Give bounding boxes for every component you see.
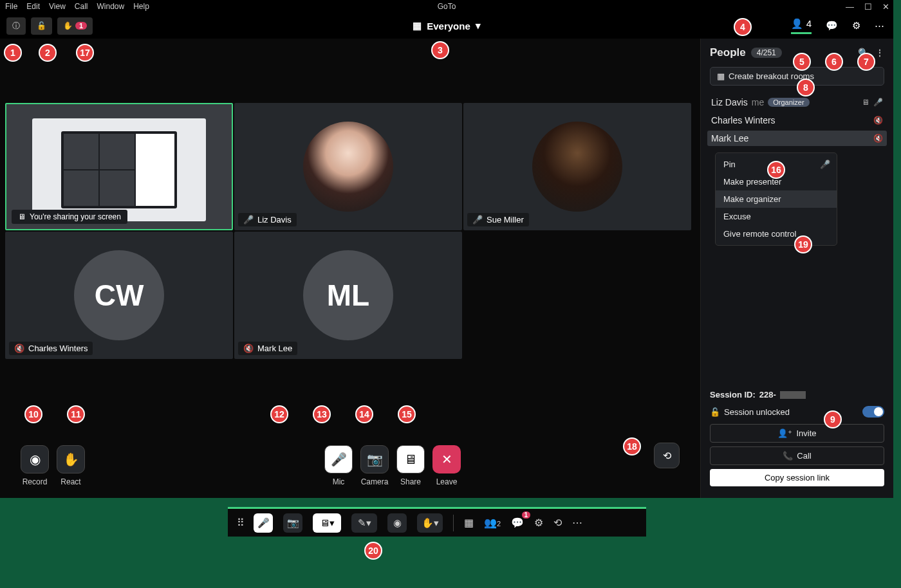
minimize-button[interactable]: — — [846, 2, 854, 12]
mini-annotate-button[interactable]: ✎▾ — [351, 513, 377, 533]
session-id-label: Session ID: — [710, 390, 756, 400]
mini-react-button[interactable]: ✋▾ — [417, 513, 443, 533]
annotation-bubble: 4 — [734, 18, 752, 36]
organizer-tag: Organizer — [768, 98, 809, 107]
mini-share-button[interactable]: 🖥▾ — [313, 513, 341, 533]
menu-view[interactable]: View — [49, 2, 66, 11]
video-tile-liz[interactable]: 🎤Liz Davis — [234, 103, 462, 230]
avatar-initials: ML — [303, 250, 393, 340]
invite-button[interactable]: 👤⁺Invite — [710, 424, 884, 443]
mini-grid-button[interactable]: ▦ — [464, 517, 474, 529]
menu-window[interactable]: Window — [97, 2, 125, 11]
raised-hand-button[interactable]: ✋ 1 — [57, 17, 93, 35]
divider — [453, 515, 454, 531]
mini-settings-button[interactable]: ⚙ — [534, 517, 543, 529]
avatar-photo — [532, 122, 622, 212]
call-controls: ◉ Record ✋ React 🎤 Mic 📷 Camer — [0, 445, 700, 486]
more-button[interactable]: ⋯ — [875, 20, 884, 32]
react-label: React — [60, 477, 80, 486]
settings-button[interactable]: ⚙ — [852, 20, 860, 32]
mini-chat-button[interactable]: 💬1 — [511, 517, 524, 529]
mic-icon: 🎤 — [243, 215, 254, 225]
mic-button[interactable]: 🎤 — [324, 445, 353, 473]
participant-row-selected[interactable]: Mark Lee 🔇 — [707, 131, 887, 146]
call-button[interactable]: 📞Call — [710, 446, 884, 465]
menu-edit[interactable]: Edit — [26, 2, 40, 11]
people-tab[interactable]: 👤 4 — [791, 18, 812, 34]
floating-toolbar[interactable]: ⠿ 🎤 📷 🖥▾ ✎▾ ◉ ✋▾ ▦ 👥2 💬1 ⚙ ⟲ ⋯ — [228, 507, 646, 537]
annotation-bubble: 19 — [794, 235, 812, 253]
raised-hand-count: 1 — [75, 22, 87, 30]
people-count: 4 — [806, 18, 812, 29]
info-button[interactable]: ⓘ — [6, 17, 26, 35]
session-lock-label: Session unlocked — [724, 407, 790, 417]
tile-name: Liz Davis — [257, 215, 292, 225]
share-button[interactable]: 🖥 — [396, 445, 425, 473]
mic-icon: 🎤 — [472, 215, 483, 225]
window-controls: — ☐ ✕ — [846, 2, 889, 12]
participant-row[interactable]: Liz Davis me Organizer 🖥🎤 — [710, 95, 884, 110]
annotation-bubble: 8 — [797, 78, 815, 96]
people-more-button[interactable]: ⋮ — [875, 48, 884, 58]
participant-row[interactable]: Charles Winters 🔇 — [710, 113, 884, 128]
breakout-icon: ▦ — [717, 71, 725, 81]
annotation-bubble: 12 — [270, 405, 288, 423]
annotation-bubble: 11 — [67, 405, 85, 423]
layout-label: Everyone — [427, 21, 470, 32]
menu-excuse[interactable]: Excuse — [716, 208, 837, 225]
phone-icon: 📞 — [783, 451, 793, 461]
copy-link-button[interactable]: Copy session link — [710, 469, 884, 486]
participant-name: Liz Davis — [711, 97, 748, 107]
lock-button[interactable]: 🔓 — [31, 17, 52, 35]
session-id-value: 228- — [759, 390, 776, 400]
record-label: Record — [23, 477, 48, 486]
video-tile-charles[interactable]: CW 🔇Charles Winters — [5, 232, 233, 359]
people-title: People — [710, 46, 746, 59]
sharing-banner-text: You're sharing your screen — [30, 212, 121, 221]
menu-file[interactable]: File — [5, 2, 17, 11]
close-button[interactable]: ✕ — [882, 2, 889, 12]
camera-button[interactable]: 📷 — [360, 445, 389, 473]
layout-selector[interactable]: ▦ Everyone ▾ — [413, 20, 481, 32]
drag-handle-icon[interactable]: ⠿ — [237, 517, 243, 529]
menu-call[interactable]: Call — [75, 2, 88, 11]
annotation-bubble: 14 — [355, 405, 373, 423]
react-button[interactable]: ✋ — [57, 445, 85, 473]
mini-swap-button[interactable]: ⟲ — [553, 517, 562, 529]
tile-name: Sue Miller — [487, 215, 524, 225]
tile-name: Mark Lee — [257, 344, 292, 353]
session-id-redacted — [780, 391, 806, 399]
mini-record-button[interactable]: ◉ — [387, 513, 407, 533]
annotation-bubble: 10 — [24, 405, 42, 423]
mini-people-button[interactable]: 👥2 — [484, 517, 501, 529]
people-panel: People 4/251 🔍 ⋮ ▦ Create breakout rooms… — [700, 39, 893, 498]
record-button[interactable]: ◉ — [21, 445, 49, 473]
me-tag: me — [752, 97, 764, 107]
chat-tab[interactable]: 💬 — [826, 20, 838, 32]
video-tile-sue[interactable]: 🎤Sue Miller — [463, 103, 691, 230]
person-icon: 👤 — [791, 18, 803, 30]
swap-camera-button[interactable]: ⟲ — [654, 443, 680, 468]
screen-icon: 🖥 — [18, 212, 26, 221]
menu-make-organizer[interactable]: Make organizer — [716, 190, 837, 208]
mini-more-button[interactable]: ⋯ — [572, 517, 582, 529]
annotation-bubble: 18 — [623, 437, 641, 455]
maximize-button[interactable]: ☐ — [864, 2, 872, 12]
session-toolbar: ⓘ 🔓 ✋ 1 ▦ Everyone ▾ 👤 4 💬 ⚙ ⋯ — [0, 13, 893, 39]
menu-help[interactable]: Help — [133, 2, 149, 11]
leave-button[interactable]: ✕ — [432, 445, 461, 473]
screen-icon: 🖥 — [862, 98, 869, 107]
annotation-bubble: 20 — [364, 542, 382, 560]
mini-mic-button[interactable]: 🎤 — [254, 513, 273, 533]
annotation-bubble: 1 — [4, 44, 22, 62]
video-tile-self-share[interactable]: 🖥 You're sharing your screen — [5, 103, 233, 230]
mic-label: Mic — [333, 477, 345, 486]
avatar-photo — [303, 122, 393, 212]
menu-give-remote-control[interactable]: Give remote control — [716, 225, 837, 243]
mini-camera-button[interactable]: 📷 — [283, 513, 302, 533]
annotation-bubble: 15 — [398, 405, 416, 423]
video-tile-mark[interactable]: ML 🔇Mark Lee — [234, 232, 462, 359]
main-area: 🖥 You're sharing your screen 🎤Liz Davis … — [0, 39, 893, 498]
participant-name: Charles Winters — [711, 115, 776, 125]
session-lock-toggle[interactable] — [862, 406, 884, 418]
